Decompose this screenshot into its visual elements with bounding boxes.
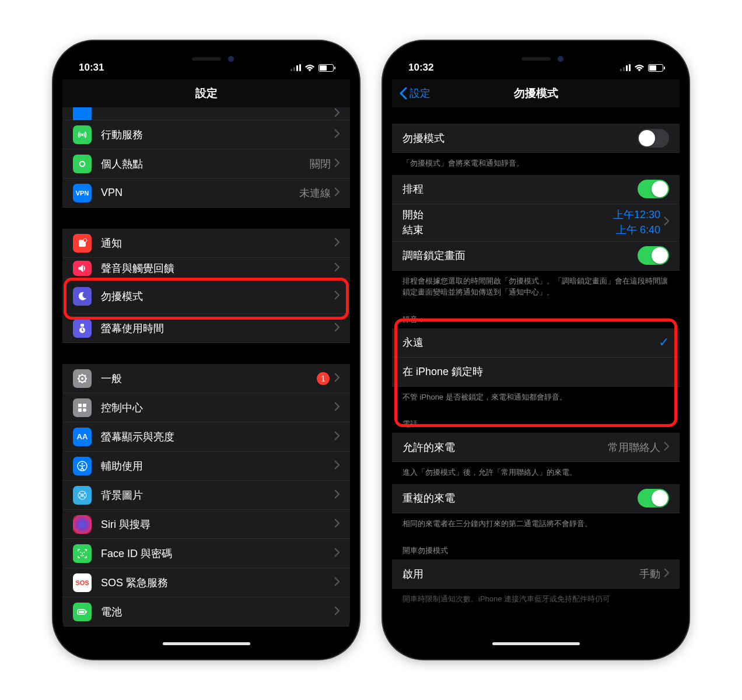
svg-point-6 — [81, 377, 83, 380]
row-label: 調暗鎖定畫面 — [402, 249, 638, 262]
row-dnd[interactable]: 勿擾模式 — [62, 279, 350, 314]
battery-icon — [73, 603, 92, 621]
hotspot-icon — [73, 155, 92, 173]
row-silence-always[interactable]: 永遠 ✓ — [392, 328, 680, 358]
svg-point-15 — [79, 493, 80, 494]
row-faceid[interactable]: Face ID 與密碼 — [62, 539, 350, 568]
svg-rect-3 — [80, 324, 84, 327]
row-label: VPN — [101, 187, 299, 199]
notch — [145, 50, 268, 68]
dnd-switch[interactable] — [638, 129, 669, 148]
faceid-icon — [73, 544, 92, 563]
row-schedule[interactable]: 排程 — [392, 175, 680, 204]
driving-header: 開車勿擾模式 — [392, 535, 680, 559]
row-allow-calls[interactable]: 允許的來電 常用聯絡人 — [392, 433, 680, 462]
chevron-icon — [334, 187, 340, 199]
sounds-icon — [73, 261, 92, 276]
dnd-settings-list[interactable]: 勿擾模式 「勿擾模式」會將來電和通知靜音。 排程 開始 結束 上午12:30 上… — [392, 107, 680, 650]
status-icons — [290, 64, 334, 72]
row-label: 一般 — [101, 372, 317, 386]
row-display[interactable]: AA 螢幕顯示與亮度 — [62, 422, 350, 452]
row-label: 控制中心 — [101, 401, 334, 415]
row-dim-lock[interactable]: 調暗鎖定畫面 — [392, 242, 680, 271]
svg-rect-23 — [79, 611, 84, 613]
start-label: 開始 — [402, 208, 613, 222]
chevron-icon — [664, 442, 669, 453]
notifications-icon — [73, 234, 92, 253]
row-label: 螢幕使用時間 — [101, 321, 334, 335]
svg-point-10 — [83, 408, 86, 412]
schedule-switch[interactable] — [638, 180, 669, 198]
svg-point-2 — [83, 239, 87, 242]
svg-point-20 — [83, 552, 85, 553]
row-screentime[interactable]: 螢幕使用時間 — [62, 314, 350, 343]
row-label: 電池 — [101, 605, 334, 619]
row-detail: 未連線 — [299, 186, 331, 200]
row-schedule-times[interactable]: 開始 結束 上午12:30 上午 6:40 — [392, 204, 680, 242]
row-vpn[interactable]: VPN VPN 未連線 — [62, 178, 350, 208]
phone-left: 10:31 設定 行動服務 個人熱點 — [53, 41, 359, 659]
back-button[interactable]: 設定 — [399, 86, 430, 100]
row-silence-locked[interactable]: 在 iPhone 鎖定時 — [392, 358, 680, 387]
settings-list[interactable]: 行動服務 個人熱點 關閉 VPN VPN 未連線 通知 — [62, 107, 350, 650]
repeat-footer: 相同的來電者在三分鐘內打來的第二通電話將不會靜音。 — [392, 513, 680, 536]
cellular-signal-icon — [620, 64, 631, 71]
general-icon — [73, 369, 92, 388]
row-label: 行動服務 — [101, 128, 334, 142]
row-hotspot[interactable]: 個人熱點 關閉 — [62, 149, 350, 178]
row-label: 允許的來電 — [402, 440, 608, 454]
row-label: 在 iPhone 鎖定時 — [402, 365, 669, 379]
status-time: 10:31 — [79, 62, 104, 74]
chevron-icon — [334, 158, 340, 170]
wifi-icon — [634, 64, 645, 72]
row-label: 個人熱點 — [101, 157, 310, 171]
nav-bar: 設定 — [62, 79, 350, 107]
dnd-footer: 「勿擾模式」會將來電和通知靜音。 — [392, 153, 680, 175]
checkmark-icon: ✓ — [659, 335, 669, 350]
row-driving-enable[interactable]: 啟用 手動 — [392, 559, 680, 589]
dim-switch[interactable] — [638, 246, 669, 265]
sos-icon: SOS — [73, 573, 92, 592]
svg-rect-22 — [86, 611, 87, 613]
row-label: SOS 緊急服務 — [101, 576, 334, 590]
row-detail: 關閉 — [310, 157, 331, 171]
svg-point-14 — [80, 494, 84, 497]
notch — [475, 50, 597, 68]
screen-right: 10:32 設定 勿擾模式 勿擾模式 「勿擾模式」會將來電和通知靜音。 排程 — [392, 50, 680, 650]
row-siri[interactable]: Siri 與搜尋 — [62, 510, 350, 539]
row-notifications[interactable]: 通知 — [62, 229, 350, 258]
chevron-icon — [334, 519, 340, 530]
partial-row[interactable] — [62, 107, 350, 120]
battery-icon — [318, 64, 334, 72]
row-dnd-toggle[interactable]: 勿擾模式 — [392, 124, 680, 153]
row-label: 聲音與觸覺回饋 — [101, 261, 334, 275]
status-time: 10:32 — [408, 62, 433, 74]
row-repeat-calls[interactable]: 重複的來電 — [392, 484, 680, 513]
row-sounds[interactable]: 聲音與觸覺回饋 — [62, 258, 350, 279]
home-indicator — [492, 642, 580, 645]
chevron-icon — [334, 129, 340, 141]
row-label: 背景圖片 — [101, 488, 334, 502]
chevron-icon — [664, 216, 669, 228]
row-wallpaper[interactable]: 背景圖片 — [62, 481, 350, 510]
row-label: 輔助使用 — [101, 459, 334, 473]
allow-calls-footer: 進入「勿擾模式」後，允許「常用聯絡人」的來電。 — [392, 462, 680, 484]
row-sos[interactable]: SOS SOS 緊急服務 — [62, 568, 350, 597]
row-accessibility[interactable]: 輔助使用 — [62, 452, 350, 481]
end-value: 上午 6:40 — [616, 223, 660, 237]
notification-badge: 1 — [317, 372, 330, 385]
repeat-switch[interactable] — [638, 489, 669, 508]
row-label: Siri 與搜尋 — [101, 517, 334, 531]
silence-header: 靜音： — [392, 304, 680, 328]
chevron-icon — [334, 489, 340, 501]
row-label: 永遠 — [402, 335, 659, 349]
row-control-center[interactable]: 控制中心 — [62, 393, 350, 422]
row-detail: 常用聯絡人 — [608, 440, 660, 454]
row-battery[interactable]: 電池 — [62, 597, 350, 626]
row-cellular[interactable]: 行動服務 — [62, 120, 350, 149]
accessibility-icon — [73, 457, 92, 475]
row-label: 螢幕顯示與亮度 — [101, 430, 334, 444]
row-general[interactable]: 一般 1 — [62, 364, 350, 393]
chevron-icon — [334, 402, 340, 414]
row-label: 勿擾模式 — [402, 131, 638, 145]
